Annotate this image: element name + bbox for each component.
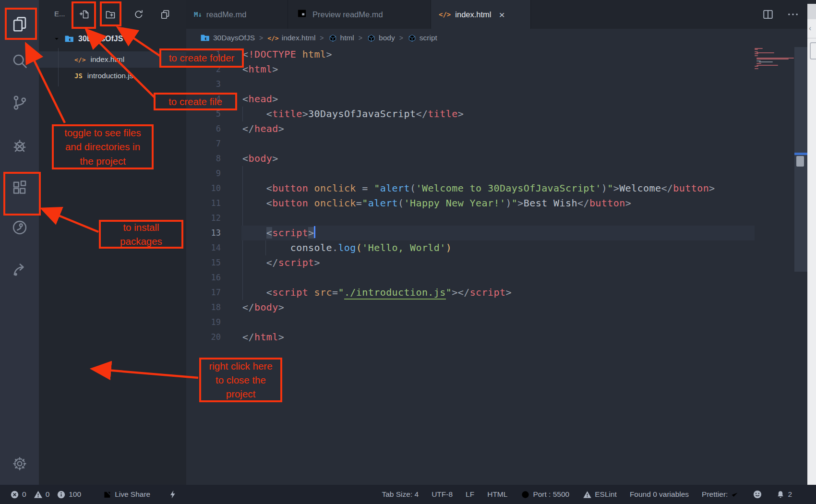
more-actions-button[interactable]	[786, 7, 800, 22]
status-item-0[interactable]: 0	[33, 490, 50, 500]
status-bar: 00100Live Share Tab Size: 4UTF-8LFHTMLPo…	[0, 485, 816, 504]
code-line-12	[242, 211, 715, 226]
breadcrumb-item-script[interactable]: script	[408, 34, 437, 43]
split-editor-button[interactable]	[761, 7, 775, 22]
breadcrumb-separator: >	[259, 34, 263, 42]
code-token: "	[607, 182, 613, 194]
line-number: 19	[186, 315, 221, 330]
close-icon[interactable]: ×	[499, 10, 505, 20]
activity-bar-item-search[interactable]	[10, 51, 29, 71]
code-token: onclick	[314, 182, 356, 194]
status-label: Tab Size: 4	[382, 490, 419, 499]
file-item-introduction.js[interactable]: JSintroduction.js	[39, 68, 186, 84]
activity-bar-item-settings[interactable]	[10, 454, 29, 473]
breadcrumb-label: index.html	[282, 34, 316, 42]
extensions-icon	[11, 179, 28, 196]
tab-readMe.md[interactable]: M↓readMe.md	[186, 0, 288, 29]
code-token: </	[242, 301, 254, 313]
activity-bar	[0, 0, 39, 485]
breadcrumb-item-html[interactable]: html	[328, 34, 354, 43]
status-label: UTF-8	[432, 490, 453, 499]
breadcrumb-item-index.html[interactable]: </>index.html	[267, 34, 315, 42]
activity-bar-item-extensions[interactable]	[10, 178, 29, 197]
background-window-edge-gray	[807, 4, 816, 19]
port-slash-icon	[520, 490, 530, 500]
code-token: </	[416, 108, 428, 120]
line-number: 1	[186, 47, 221, 62]
activity-bar-item-share[interactable]	[10, 260, 29, 279]
code-token: >	[625, 197, 631, 209]
status-item-Tab Size: 4[interactable]: Tab Size: 4	[382, 490, 419, 499]
code-token: html	[248, 63, 272, 75]
code-line-5: <title>30DaysOfJavaScript</title>	[242, 107, 715, 121]
tab-label: Preview readMe.md	[312, 10, 383, 19]
status-item-ESLint[interactable]: ESLint	[582, 490, 617, 500]
code-token: </	[242, 123, 254, 134]
status-item-lightning-icon[interactable]	[168, 489, 178, 500]
status-item-UTF-8[interactable]: UTF-8	[432, 490, 453, 499]
status-item-smiley-icon[interactable]	[752, 489, 763, 500]
breadcrumb-separator: >	[359, 34, 362, 42]
status-item-100[interactable]: 100	[56, 490, 81, 500]
status-item-Port : 5500[interactable]: Port : 5500	[520, 490, 569, 500]
file-item-index.html[interactable]: </>index.html	[39, 51, 186, 68]
code-token: <	[266, 197, 272, 209]
tab-index.html[interactable]: </>index.html×	[431, 0, 531, 29]
tab-label: readMe.md	[206, 10, 246, 19]
activity-bar-item-live-share[interactable]	[10, 218, 29, 237]
activity-bar-item-run-debug[interactable]	[10, 136, 29, 155]
code-line-18: </body>	[242, 300, 715, 315]
code-token: <	[266, 182, 272, 194]
search-icon	[11, 52, 28, 70]
minimap[interactable]	[755, 48, 793, 69]
status-item-2[interactable]: 2	[776, 490, 792, 499]
collapse-all-button[interactable]	[159, 8, 171, 21]
preview-icon	[296, 7, 308, 22]
new-folder-button[interactable]	[104, 8, 117, 21]
code-line-2: <html>	[242, 62, 715, 77]
code-line-9	[242, 166, 715, 181]
explorer-header: E...	[39, 0, 186, 29]
code-token: >	[278, 331, 284, 343]
activity-bar-item-explorer[interactable]	[10, 14, 29, 34]
code-line-3	[242, 77, 715, 92]
status-item-Live Share[interactable]: Live Share	[102, 490, 150, 500]
code-token: (	[398, 197, 404, 209]
new-file-button[interactable]	[78, 8, 91, 21]
breadcrumb-item-body[interactable]: body	[367, 34, 395, 43]
html-file-icon: </>	[267, 35, 278, 42]
code-token: Best Wish	[524, 197, 577, 209]
status-item-0[interactable]: 0	[10, 490, 26, 500]
line-number: 20	[186, 330, 221, 345]
minimap-line	[755, 54, 793, 55]
collapse-all-icon	[159, 9, 171, 20]
status-item-Prettier:[interactable]: Prettier:	[702, 490, 739, 499]
line-number: 11	[186, 196, 221, 211]
line-number: 18	[186, 300, 221, 315]
refresh-button[interactable]	[132, 8, 145, 21]
scrollbar-thumb[interactable]	[796, 156, 804, 167]
new-folder-icon	[105, 9, 116, 20]
status-item-Found 0 variables[interactable]: Found 0 variables	[630, 490, 689, 499]
line-number: 7	[186, 136, 221, 151]
code-line-19	[242, 315, 715, 330]
code-token: >	[458, 108, 464, 120]
code-token: >	[272, 153, 278, 164]
status-item-LF[interactable]: LF	[466, 490, 474, 499]
status-item-HTML[interactable]: HTML	[487, 490, 507, 499]
code-editor[interactable]: 1234567891011121314151617181920 <!DOCTYP…	[186, 47, 807, 485]
activity-bar-item-source-control[interactable]	[10, 93, 29, 112]
code-token	[242, 227, 266, 239]
line-number: 9	[186, 166, 221, 181]
breadcrumb-label: script	[420, 34, 437, 42]
status-label: Found 0 variables	[630, 490, 689, 499]
tab-Preview readMe.md[interactable]: Preview readMe.md	[288, 0, 431, 29]
divider	[807, 38, 816, 38]
code-token: (	[356, 242, 362, 253]
code-lines: <!DOCTYPE html><html><head> <title>30Day…	[242, 47, 715, 345]
code-token: </	[661, 182, 673, 194]
error-circle-icon	[10, 490, 20, 500]
tree-root-folder[interactable]: 30DaysOfJS	[39, 31, 186, 47]
breadcrumb-item-30DaysOfJS[interactable]: 30DaysOfJS	[200, 33, 255, 43]
cube-icon	[367, 34, 376, 43]
